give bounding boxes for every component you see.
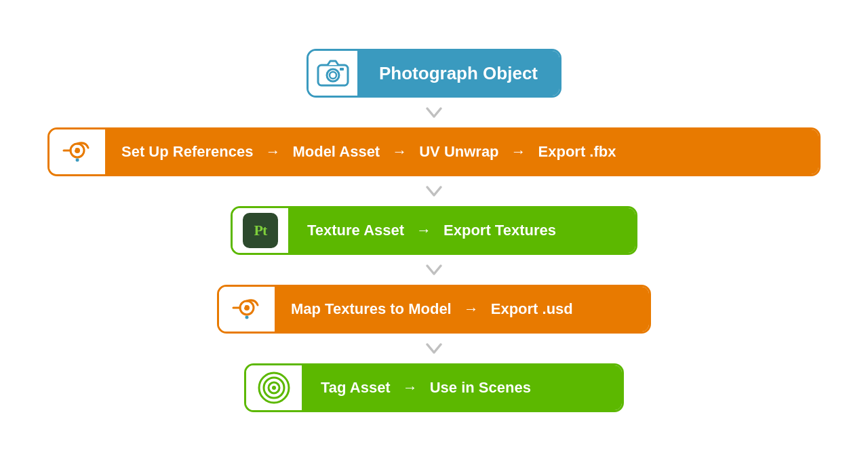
arrow-right-2: → bbox=[392, 143, 407, 161]
arrow-1 bbox=[422, 98, 446, 127]
camera-icon bbox=[315, 56, 351, 91]
blender-icon bbox=[61, 136, 94, 168]
arrow-right-6: → bbox=[403, 379, 418, 397]
blender-icon-2 bbox=[231, 293, 263, 325]
svg-point-7 bbox=[76, 159, 79, 162]
pt-badge: Pt bbox=[243, 213, 278, 248]
chevron-icon-1 bbox=[422, 100, 446, 125]
photograph-object-card: Photograph Object bbox=[307, 49, 561, 98]
svg-point-13 bbox=[242, 305, 245, 308]
blender-steps-2: Map Textures to Model → Export .usd bbox=[275, 287, 649, 332]
arrow-4 bbox=[422, 334, 446, 363]
blender-steps-1: Set Up References → Model Asset → UV Unw… bbox=[105, 129, 818, 174]
arrow-right-4: → bbox=[416, 222, 431, 239]
substance-row: Pt Texture Asset → Export Textures bbox=[231, 206, 637, 255]
flowchart: Photograph Object bbox=[0, 49, 868, 412]
svg-point-5 bbox=[75, 148, 80, 153]
camera-icon-box bbox=[309, 51, 357, 96]
step-model-asset: Model Asset bbox=[292, 143, 380, 161]
blender-icon-box-1 bbox=[50, 129, 105, 174]
step-tag-asset: Tag Asset bbox=[321, 379, 391, 397]
substance-icon-box: Pt bbox=[233, 208, 288, 253]
tag-row: Tag Asset → Use in Scenes bbox=[244, 363, 624, 412]
step-export-textures: Export Textures bbox=[443, 222, 556, 239]
blender-row-1: Set Up References → Model Asset → UV Unw… bbox=[47, 127, 821, 176]
arrow-right-5: → bbox=[464, 300, 479, 318]
step-set-up-references: Set Up References bbox=[121, 143, 253, 161]
photograph-object-label: Photograph Object bbox=[357, 51, 559, 96]
svg-point-12 bbox=[245, 316, 249, 319]
svg-point-17 bbox=[272, 386, 276, 390]
chevron-icon-3 bbox=[422, 258, 446, 282]
arrow-right-1: → bbox=[265, 143, 280, 161]
step-export-usd: Export .usd bbox=[491, 300, 573, 318]
arrow-3 bbox=[422, 255, 446, 285]
svg-point-10 bbox=[244, 305, 250, 310]
step-texture-asset: Texture Asset bbox=[307, 222, 404, 239]
substance-steps: Texture Asset → Export Textures bbox=[288, 208, 635, 253]
svg-rect-3 bbox=[340, 68, 344, 71]
arrow-right-3: → bbox=[511, 143, 526, 161]
blender-row-2: Map Textures to Model → Export .usd bbox=[217, 285, 651, 334]
chevron-icon-4 bbox=[422, 336, 446, 361]
step-export-fbx: Export .fbx bbox=[538, 143, 616, 161]
chevron-icon-2 bbox=[422, 179, 446, 203]
blender-icon-box-2 bbox=[219, 287, 275, 332]
arrow-2 bbox=[422, 176, 446, 206]
tag-icon-box bbox=[246, 365, 302, 410]
svg-point-8 bbox=[73, 148, 75, 151]
tag-steps: Tag Asset → Use in Scenes bbox=[302, 365, 622, 410]
step-use-in-scenes: Use in Scenes bbox=[430, 379, 531, 397]
step-uv-unwrap: UV Unwrap bbox=[419, 143, 498, 161]
step-map-textures: Map Textures to Model bbox=[291, 300, 452, 318]
svg-point-2 bbox=[330, 72, 336, 79]
sketchfab-icon bbox=[256, 370, 292, 405]
photograph-label-text: Photograph Object bbox=[379, 63, 538, 84]
